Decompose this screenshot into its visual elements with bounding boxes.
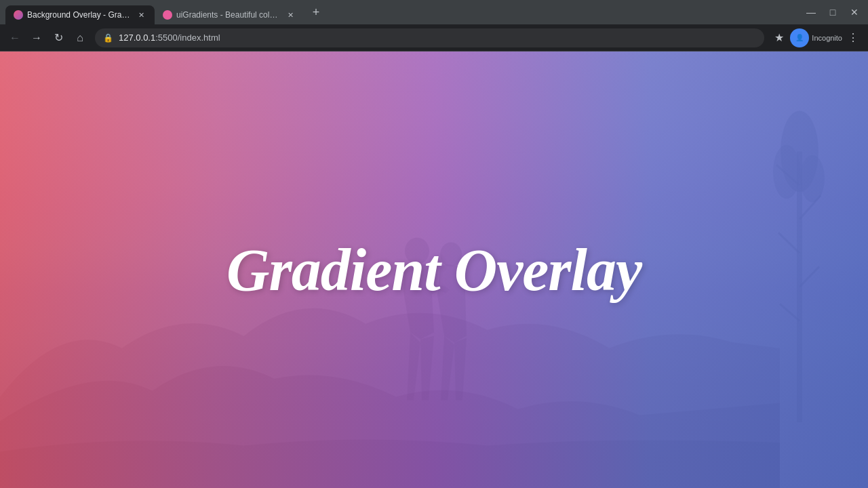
bookmark-button[interactable]: ★ <box>770 28 789 47</box>
reload-button[interactable]: ↻ <box>49 28 68 47</box>
url-display: 127.0.0.1:5500/index.html <box>119 33 756 43</box>
tab-close-1[interactable]: ✕ <box>136 9 146 20</box>
minimize-button[interactable]: — <box>803 4 819 20</box>
address-bar[interactable]: 🔒 127.0.0.1:5500/index.html <box>95 28 764 47</box>
menu-button[interactable]: ⋮ <box>844 28 863 47</box>
back-button[interactable]: ← <box>5 28 24 47</box>
right-nav-icons: ★ 👤 Incognito ⋮ <box>770 28 863 47</box>
profile-avatar-text: 👤 <box>795 34 804 41</box>
tab-favicon-1 <box>14 10 23 20</box>
maximize-button[interactable]: □ <box>825 4 841 20</box>
profile-button[interactable]: 👤 <box>790 28 809 47</box>
incognito-label: Incognito <box>812 34 842 42</box>
window-controls: — □ ✕ <box>803 4 863 20</box>
close-button[interactable]: ✕ <box>846 4 863 20</box>
overlay-text-container: Gradient Overlay <box>226 236 642 304</box>
url-host: 127.0.0.1 <box>119 33 155 43</box>
browser-window: Background Overlay - Gradient ✕ uiGradie… <box>0 0 868 488</box>
tab-active[interactable]: Background Overlay - Gradient ✕ <box>5 5 155 24</box>
forward-button[interactable]: → <box>27 28 46 47</box>
content-area: Gradient Overlay <box>0 52 868 488</box>
tab-close-2[interactable]: ✕ <box>285 9 296 20</box>
title-bar: Background Overlay - Gradient ✕ uiGradie… <box>0 0 868 24</box>
new-tab-button[interactable]: + <box>307 3 326 22</box>
url-path: :5500/index.html <box>155 33 220 43</box>
tabs-area: Background Overlay - Gradient ✕ uiGradie… <box>5 0 803 24</box>
tab-inactive[interactable]: uiGradients - Beautiful colored g… ✕ <box>155 5 304 24</box>
nav-bar: ← → ↻ ⌂ 🔒 127.0.0.1:5500/index.html ★ 👤 … <box>0 24 868 52</box>
security-icon: 🔒 <box>103 33 113 43</box>
tab-title-1: Background Overlay - Gradient <box>27 10 132 20</box>
tab-title-2: uiGradients - Beautiful colored g… <box>176 10 281 20</box>
home-button[interactable]: ⌂ <box>71 28 90 47</box>
tab-favicon-2 <box>163 10 172 20</box>
overlay-heading: Gradient Overlay <box>226 236 642 304</box>
